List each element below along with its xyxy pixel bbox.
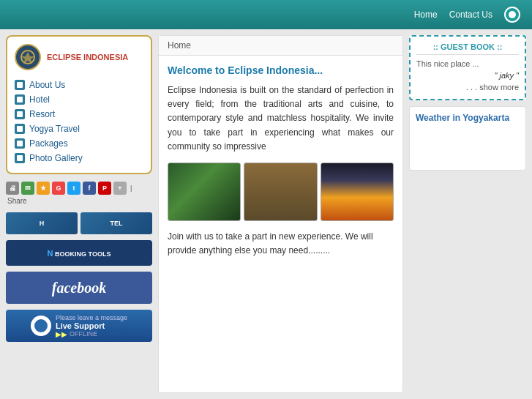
menu-label-resort: Resort <box>29 109 55 119</box>
weather-box: Weather in Yogyakarta <box>409 106 526 171</box>
tel-banner[interactable]: TEL <box>80 212 152 234</box>
nav-circle-icon[interactable] <box>504 7 520 23</box>
menu-item-yogya[interactable]: Yogya Travel <box>15 122 143 136</box>
guestbook-name: " jaky " <box>416 71 519 80</box>
guestbook-entry: This nice place ... <box>416 59 519 68</box>
menu-icon-yogya <box>15 124 25 134</box>
social-share-bar: 🖨 ✉ ★ G t f P + | Share <box>6 182 152 205</box>
livesupport-main: Live Support <box>56 321 127 330</box>
more-icon[interactable]: + <box>113 182 127 195</box>
livesupport-text-wrap: Please leave a message Live Support ▶▶ O… <box>56 314 127 338</box>
email-icon[interactable]: ✉ <box>21 182 34 195</box>
right-sidebar: :: GUEST BOOK :: This nice place ... " j… <box>409 35 526 393</box>
breadcrumb-text: Home <box>168 40 191 51</box>
twitter-icon[interactable]: t <box>67 182 80 195</box>
tel-banner-text: TEL <box>110 220 123 227</box>
welcome-title: Welcome to Eclipse Indonesia... <box>168 64 394 76</box>
home-nav-link[interactable]: Home <box>414 10 438 20</box>
hotel-banner-text: H <box>40 220 45 227</box>
google-icon[interactable]: G <box>52 182 65 195</box>
livesupport-icon-inner <box>34 319 48 332</box>
booking-banner[interactable]: N BOOKING TOOLS <box>6 240 152 266</box>
guestbook-box: :: GUEST BOOK :: This nice place ... " j… <box>409 35 526 100</box>
menu-item-packages[interactable]: Packages <box>15 136 143 151</box>
logo-header: ECLIPSE INDONESIA <box>15 44 143 70</box>
livesupport-status: ▶▶ OFFLINE <box>56 330 127 338</box>
photo-forest <box>168 163 241 221</box>
facebook-banner[interactable]: facebook <box>6 272 152 304</box>
hotel-banner[interactable]: H <box>6 212 78 234</box>
logo-text: ECLIPSE INDONESIA <box>47 52 128 62</box>
photo-building <box>321 163 394 221</box>
photo-strip <box>168 163 394 221</box>
outer-wrapper: ECLIPSE INDONESIA About Us Hotel Resort <box>0 29 532 399</box>
top-nav: Home Contact Us <box>0 0 532 29</box>
menu-icon-packages <box>15 138 25 149</box>
menu-label-gallery: Photo Gallery <box>29 153 83 163</box>
left-sidebar: ECLIPSE INDONESIA About Us Hotel Resort <box>6 35 152 393</box>
menu-icon-resort <box>15 109 25 119</box>
menu-item-about[interactable]: About Us <box>15 78 143 92</box>
menu-icon-gallery <box>15 153 25 163</box>
weather-content <box>416 127 520 164</box>
breadcrumb-bar: Home <box>159 36 402 56</box>
menu-icon-hotel <box>15 94 25 105</box>
logo-icon <box>15 44 41 70</box>
livesupport-banner[interactable]: Please leave a message Live Support ▶▶ O… <box>6 310 152 342</box>
photo-person <box>244 163 317 221</box>
facebook-text: facebook <box>52 280 106 297</box>
print-icon[interactable]: 🖨 <box>6 182 19 195</box>
menu-item-gallery[interactable]: Photo Gallery <box>15 151 143 165</box>
menu-label-packages: Packages <box>29 138 68 149</box>
main-body-text: Eclipse Indonesia is built on the standa… <box>168 83 394 154</box>
contact-nav-link[interactable]: Contact Us <box>449 10 492 20</box>
menu-label-about: About Us <box>29 80 65 90</box>
guestbook-title: :: GUEST BOOK :: <box>416 42 519 55</box>
livesupport-icon <box>31 316 51 336</box>
facebook-icon[interactable]: f <box>83 182 96 195</box>
logo-box: ECLIPSE INDONESIA About Us Hotel Resort <box>6 35 152 174</box>
main-footer-text: Join with us to take a part in new exper… <box>168 230 394 258</box>
partial-banners: H TEL <box>6 212 152 234</box>
bookmark-icon[interactable]: ★ <box>37 182 50 195</box>
pipe-divider: | <box>130 184 132 192</box>
pdf-icon[interactable]: P <box>98 182 111 195</box>
livesupport-status-text: OFFLINE <box>70 330 97 338</box>
menu-list: About Us Hotel Resort Yogya Travel Packa… <box>15 78 143 165</box>
booking-logo-text: N BOOKING TOOLS <box>48 249 111 258</box>
weather-title: Weather in Yogyakarta <box>416 113 520 123</box>
menu-item-hotel[interactable]: Hotel <box>15 92 143 107</box>
menu-label-hotel: Hotel <box>29 94 50 105</box>
main-body: Welcome to Eclipse Indonesia... Eclipse … <box>159 56 402 266</box>
share-label: Share <box>7 197 27 205</box>
menu-label-yogya: Yogya Travel <box>29 124 80 134</box>
livesupport-hint: Please leave a message <box>56 314 127 321</box>
nav-circle-inner <box>509 11 516 18</box>
menu-icon-about <box>15 80 25 90</box>
menu-item-resort[interactable]: Resort <box>15 107 143 122</box>
guestbook-showmore[interactable]: . . . show more <box>416 83 519 92</box>
main-content: Home Welcome to Eclipse Indonesia... Ecl… <box>158 35 403 393</box>
livesupport-arrow: ▶▶ <box>56 330 67 338</box>
